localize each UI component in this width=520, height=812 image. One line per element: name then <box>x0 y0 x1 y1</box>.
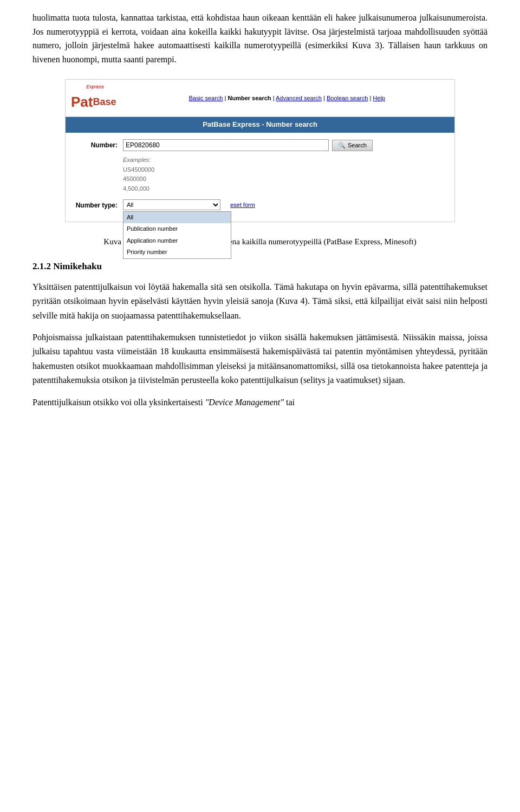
page-content: huolimatta tuota tulosta, kannattaa tark… <box>0 0 520 439</box>
logo-pat-text: Pat <box>71 91 93 114</box>
search-button[interactable]: 🔍 Search <box>332 140 373 151</box>
logo-express-text: Express <box>86 83 104 90</box>
number-type-label: Number type: <box>74 199 123 211</box>
section-paragraph2: Pohjoismaissa julkaistaan patenttihakemu… <box>32 330 487 388</box>
patbase-nav: Basic search | Number search | Advanced … <box>125 94 450 103</box>
dropdown-open-list: All Publication number Application numbe… <box>123 211 231 259</box>
number-type-select[interactable]: All Publication number Application numbe… <box>123 199 220 210</box>
number-input[interactable] <box>123 139 329 151</box>
reset-form-link[interactable]: eset form <box>230 200 255 210</box>
intro-text: huolimatta tuota tulosta, kannattaa tark… <box>32 13 487 64</box>
dropdown-item-priority[interactable]: Priority number <box>123 246 231 258</box>
search-icon: 🔍 <box>338 142 346 149</box>
number-type-dropdown-container: All Publication number Application numbe… <box>123 199 220 210</box>
patbase-form-body: Number: 🔍 Search Examples: US4500000 450… <box>66 133 454 222</box>
nav-boolean-search[interactable]: Boolean search <box>327 95 368 101</box>
intro-paragraph: huolimatta tuota tulosta, kannattaa tark… <box>32 11 487 66</box>
examples-area: Examples: US4500000 4500000 4,500,000 <box>123 155 446 193</box>
dropdown-item-application[interactable]: Application number <box>123 235 231 247</box>
nav-advanced-search[interactable]: Advanced search <box>276 95 322 101</box>
section-p2-text: Pohjoismaissa julkaistaan patenttihakemu… <box>32 333 487 385</box>
patbase-title-bar: PatBase Express - Number search <box>66 117 454 133</box>
example1: US4500000 <box>123 166 154 173</box>
logo-base-text: Base <box>93 94 116 110</box>
example2: 4500000 <box>123 176 146 182</box>
nav-basic-search[interactable]: Basic search <box>189 95 223 101</box>
section-paragraph1: Yksittäisen patenttijulkaisun voi löytää… <box>32 280 487 323</box>
nav-help[interactable]: Help <box>373 95 385 101</box>
dropdown-item-publication[interactable]: Publication number <box>123 223 231 235</box>
number-label: Number: <box>74 140 123 151</box>
examples-label: Examples: <box>123 157 151 163</box>
section-p1-text: Yksittäisen patenttijulkaisun voi löytää… <box>32 282 487 320</box>
figure-caption: Kuva 3. Number wizard hakee oletuksena k… <box>32 235 487 248</box>
search-button-label: Search <box>348 142 367 148</box>
number-type-row: Number type: All Publication number Appl… <box>74 199 446 211</box>
patbase-logo: Express Pat Base <box>71 83 116 113</box>
number-input-area: 🔍 Search <box>123 139 373 151</box>
section-heading: 2.1.2 Nimikehaku <box>32 259 487 274</box>
patbase-header: Express Pat Base Basic search | Number s… <box>66 80 454 117</box>
logo-patbase-combined: Pat Base <box>71 91 116 114</box>
number-form-row: Number: 🔍 Search <box>74 139 446 151</box>
device-management-italic: "Device Management" <box>205 398 284 407</box>
nav-number-search: Number search <box>227 95 271 101</box>
patbase-widget: Express Pat Base Basic search | Number s… <box>65 79 455 222</box>
section-paragraph3: Patenttijulkaisun otsikko voi olla yksin… <box>32 395 487 410</box>
patbase-title-text: PatBase Express - Number search <box>203 120 317 128</box>
section-p3-text: Patenttijulkaisun otsikko voi olla yksin… <box>32 398 295 407</box>
dropdown-item-all[interactable]: All <box>123 212 231 224</box>
example3: 4,500,000 <box>123 185 150 192</box>
